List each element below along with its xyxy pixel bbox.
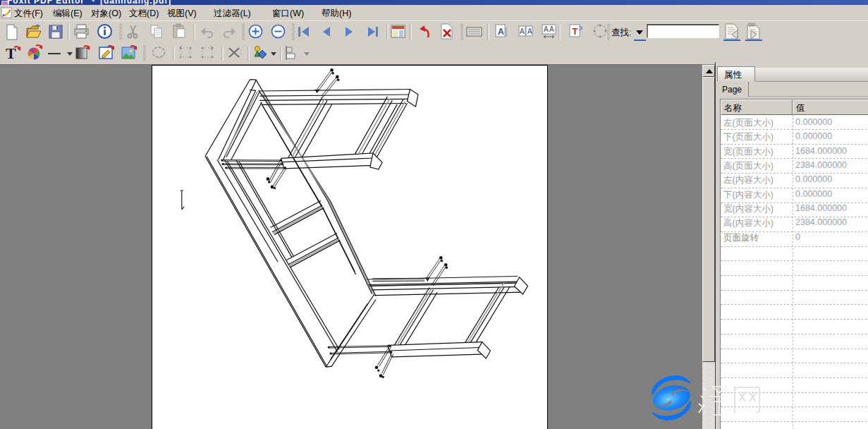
svg-text:A: A bbox=[549, 25, 554, 33]
svg-text:A: A bbox=[498, 27, 504, 37]
svg-text:A: A bbox=[527, 28, 532, 35]
svg-text:T: T bbox=[573, 26, 578, 37]
svg-text:A: A bbox=[544, 25, 549, 33]
svg-text:A: A bbox=[520, 28, 525, 35]
